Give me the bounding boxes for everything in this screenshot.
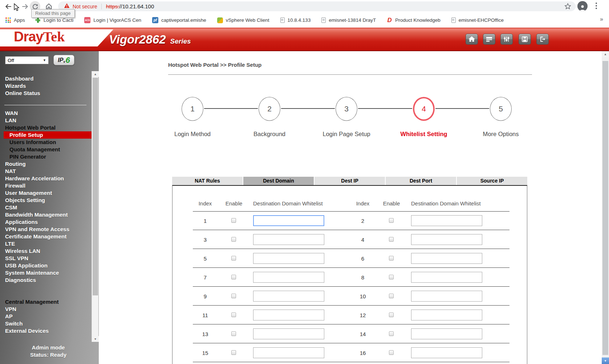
tab-dest-ip[interactable]: Dest IP <box>314 177 385 185</box>
step-circle-1[interactable]: 1 <box>182 97 203 121</box>
enable-checkbox[interactable] <box>231 237 236 242</box>
sidebar-item-users-information[interactable]: Users Information <box>0 139 92 146</box>
sidebar-item-hardware-acceleration[interactable]: Hardware Acceleration <box>0 175 92 182</box>
tune-icon[interactable] <box>500 34 513 45</box>
sidebar-item-online-status[interactable]: Online Status <box>0 90 92 97</box>
sidebar-item-central-management[interactable]: Central Management <box>0 298 92 306</box>
profile-avatar[interactable] <box>577 1 588 11</box>
step-circle-4[interactable]: 4 <box>413 97 435 121</box>
sidebar-item-switch[interactable]: Switch <box>0 320 92 327</box>
domain-input[interactable] <box>411 291 482 302</box>
forward-icon[interactable] <box>21 3 29 12</box>
scroll-down-icon[interactable]: ▼ <box>92 336 99 342</box>
scrollbar-thumb[interactable] <box>93 78 98 295</box>
domain-input[interactable] <box>411 272 482 283</box>
enable-checkbox[interactable] <box>231 350 236 355</box>
enable-checkbox[interactable] <box>231 331 236 336</box>
ip-mode-select[interactable]: Off ▼ <box>5 56 49 64</box>
domain-input[interactable] <box>253 310 324 320</box>
enable-checkbox[interactable] <box>389 294 394 298</box>
enable-checkbox[interactable] <box>389 237 394 242</box>
sidebar-item-lte[interactable]: LTE <box>0 240 92 248</box>
step-circle-3[interactable]: 3 <box>336 97 357 121</box>
sidebar-item-vpn-and-remote-access[interactable]: VPN and Remote Access <box>0 226 92 233</box>
sidebar-item-profile-setup[interactable]: Profile Setup <box>4 131 92 139</box>
enable-checkbox[interactable] <box>231 275 236 279</box>
domain-input[interactable] <box>411 328 482 339</box>
sidebar-item-applications[interactable]: Applications <box>0 218 92 226</box>
scroll-up-icon[interactable]: ▲ <box>602 51 609 57</box>
sidebar-item-ap[interactable]: AP <box>0 313 92 320</box>
sidebar-item-quota-management[interactable]: Quota Management <box>0 146 92 153</box>
domain-input[interactable] <box>411 253 482 264</box>
domain-input[interactable] <box>253 215 324 226</box>
enable-checkbox[interactable] <box>231 218 236 223</box>
domain-input[interactable] <box>411 347 482 358</box>
browser-menu-icon[interactable] <box>596 3 597 9</box>
bookmark-emisnet-13814-drayt[interactable]: emisnet-13814 DrayT <box>321 17 376 23</box>
sidebar-item-ssl-vpn[interactable]: SSL VPN <box>0 255 92 262</box>
sidebar-item-wizards[interactable]: Wizards <box>0 82 92 90</box>
save-icon[interactable] <box>519 34 531 45</box>
ipv6-button[interactable]: IPv6 <box>53 55 74 65</box>
step-circle-2[interactable]: 2 <box>259 97 280 121</box>
sidebar-scrollbar[interactable]: ▲ ▼ <box>92 71 98 342</box>
sidebar-item-wan[interactable]: WAN <box>0 110 92 117</box>
apps-label[interactable]: Apps <box>14 17 25 23</box>
sidebar-item-wireless-lan[interactable]: Wireless LAN <box>0 248 92 255</box>
enable-checkbox[interactable] <box>389 256 394 261</box>
sidebar-item-external-devices[interactable]: External Devices <box>0 327 92 335</box>
tab-nat-rules[interactable]: NAT Rules <box>172 177 243 185</box>
bookmark-login-to-cacti[interactable]: Login to Cacti <box>35 17 74 23</box>
domain-input[interactable] <box>253 234 324 245</box>
sidebar-item-bandwidth-management[interactable]: Bandwidth Management <box>0 211 92 218</box>
url-bar[interactable]: Not secure https://10.21.64.100 <box>58 1 576 11</box>
enable-checkbox[interactable] <box>231 294 236 298</box>
sidebar-item-pin-generator[interactable]: PIN Generator <box>0 153 92 160</box>
enable-checkbox[interactable] <box>389 275 394 279</box>
home-shortcut-icon[interactable] <box>466 34 478 45</box>
enable-checkbox[interactable] <box>389 331 394 336</box>
sidebar-item-dashboard[interactable]: Dashboard <box>0 75 92 82</box>
bookmark-product-knowledgeb[interactable]: DProduct Knowledgeb <box>387 17 440 23</box>
sidebar-item-routing[interactable]: Routing <box>0 160 92 168</box>
domain-input[interactable] <box>253 328 324 339</box>
tab-source-ip[interactable]: Source IP <box>457 177 527 185</box>
enable-checkbox[interactable] <box>389 312 394 317</box>
scroll-down-icon[interactable]: ▼ <box>602 357 609 364</box>
domain-input[interactable] <box>411 310 482 320</box>
sidebar-item-usb-application[interactable]: USB Application <box>0 262 92 269</box>
scrollbar-thumb[interactable] <box>602 61 608 355</box>
bookmark-emisnet-ehcpoffice[interactable]: emisnet-EHCPOffice <box>451 17 504 23</box>
tab-dest-domain[interactable]: Dest Domain <box>243 177 314 185</box>
bookmarks-overflow-chevron[interactable]: » <box>600 16 603 23</box>
logout-icon[interactable] <box>536 34 549 45</box>
bookmark-captiveportal-emishe[interactable]: pfcaptiveportal.emishe <box>152 17 206 23</box>
bookmark-star-icon[interactable] <box>564 3 571 11</box>
bookmark-login-vigoracs-cen[interactable]: ACSLogin | VigorACS Cen <box>84 17 141 23</box>
domain-input[interactable] <box>253 272 324 283</box>
enable-checkbox[interactable] <box>389 218 394 223</box>
apps-grid-icon[interactable] <box>5 17 11 23</box>
sidebar-item-vpn[interactable]: VPN <box>0 306 92 313</box>
panels-icon[interactable] <box>483 34 495 45</box>
bookmark-vsphere-web-client[interactable]: vSphere Web Client <box>217 17 269 23</box>
sidebar-item-objects-setting[interactable]: Objects Setting <box>0 197 92 204</box>
sidebar-item-hotspot-web-portal[interactable]: Hotspot Web Portal <box>0 124 92 131</box>
sidebar-item-csm[interactable]: CSM <box>0 204 92 211</box>
domain-input[interactable] <box>253 347 324 358</box>
sidebar-item-user-management[interactable]: User Management <box>0 189 92 197</box>
scroll-up-icon[interactable]: ▲ <box>92 71 99 77</box>
enable-checkbox[interactable] <box>231 312 236 317</box>
sidebar-item-certificate-management[interactable]: Certificate Management <box>0 233 92 240</box>
tab-dest-port[interactable]: Dest Port <box>386 177 456 185</box>
back-icon[interactable] <box>4 3 12 12</box>
domain-input[interactable] <box>253 291 324 302</box>
page-scrollbar[interactable]: ▲ ▼ <box>602 51 609 364</box>
enable-checkbox[interactable] <box>389 350 394 355</box>
step-circle-5[interactable]: 5 <box>490 97 512 121</box>
sidebar-item-diagnostics[interactable]: Diagnostics <box>0 277 92 284</box>
enable-checkbox[interactable] <box>231 256 236 261</box>
bookmark-10-8-4-133[interactable]: 10.8.4.133 <box>280 17 311 23</box>
sidebar-item-system-maintenance[interactable]: System Maintenance <box>0 269 92 277</box>
